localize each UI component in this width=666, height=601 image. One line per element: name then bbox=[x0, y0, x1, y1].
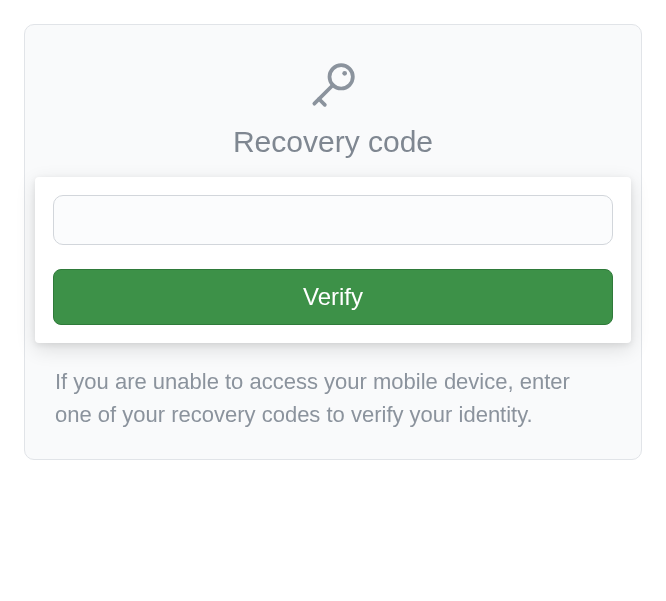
recovery-code-input[interactable] bbox=[53, 195, 613, 245]
card-header: Recovery code bbox=[53, 57, 613, 159]
card-title: Recovery code bbox=[233, 125, 433, 159]
svg-point-1 bbox=[342, 71, 347, 76]
recovery-form: Verify bbox=[35, 177, 631, 343]
help-text: If you are unable to access your mobile … bbox=[53, 365, 613, 431]
verify-button[interactable]: Verify bbox=[53, 269, 613, 325]
recovery-code-card: Recovery code Verify If you are unable t… bbox=[24, 24, 642, 460]
key-icon bbox=[305, 57, 361, 117]
